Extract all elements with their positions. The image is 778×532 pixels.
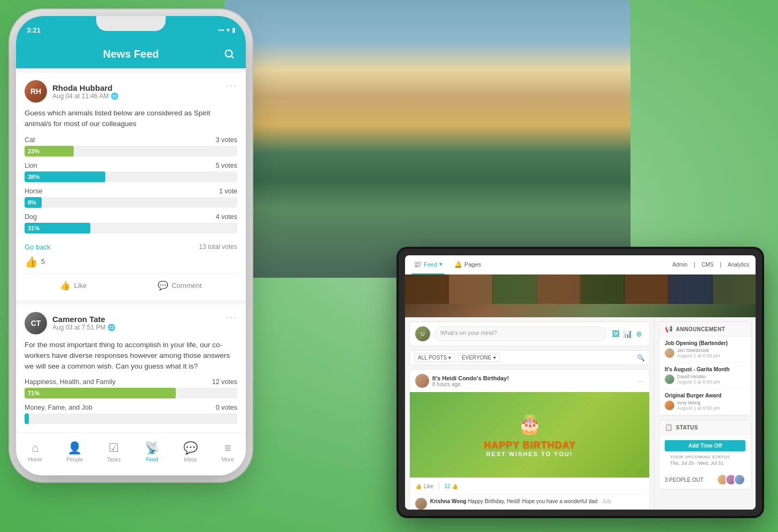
poll-votes-cat: 3 votes <box>216 136 237 144</box>
tab-pages[interactable]: 🔔 Pages <box>452 255 483 275</box>
like-icon: 👍 <box>60 280 71 291</box>
add-time-off-button[interactable]: Add Time Off <box>665 440 745 451</box>
like-count-1: 5 <box>41 257 45 265</box>
poll-label-lion: Lion <box>25 162 37 169</box>
poll-item-hh: Happiness, Health, and Family 12 votes 7… <box>25 378 237 398</box>
nav-home[interactable]: ⌂ Home <box>28 441 42 463</box>
bday-like-button[interactable]: 👍 Like <box>415 483 433 489</box>
inbox-icon: 💬 <box>183 441 198 455</box>
signal-icon: ▪▪▪ <box>218 27 224 33</box>
globe-icon: 🌐 <box>111 92 119 100</box>
admin-link[interactable]: Admin <box>672 262 687 268</box>
everyone-filter[interactable]: EVERYONE ▾ <box>458 353 499 362</box>
poll-bar-cat: 23% <box>25 146 74 157</box>
post-more-1[interactable]: ··· <box>226 80 237 91</box>
post-more-2[interactable]: ··· <box>226 312 237 323</box>
announcement-item-1: Job Opening (Bartender) Jen Steinbrook A… <box>659 337 751 363</box>
poll-1: Cat 3 votes 23% Lion 5 votes <box>25 136 237 233</box>
phone-header: News Feed <box>16 40 246 68</box>
ann-time-1: August 1 at 6:50 pm <box>677 353 720 358</box>
nav-tasks[interactable]: ☑ Tasks <box>107 441 121 463</box>
svg-point-0 <box>225 50 232 57</box>
ann-time-3: August 1 at 6:50 pm <box>677 405 720 411</box>
like-label-1: Like <box>74 281 87 290</box>
ann-person-3: Amy Wong <box>677 400 720 405</box>
compose-avatar: U <box>415 326 430 341</box>
poll-footer-1: Go back 13 total votes <box>25 239 237 251</box>
go-back-link[interactable]: Go back <box>25 243 50 251</box>
people-out-row: 3 PEOPLE OUT <box>659 471 751 489</box>
bday-more[interactable]: ··· <box>637 377 644 385</box>
poll-label-mfj: Money, Fame, and Job <box>25 404 92 411</box>
ann-meta-2: David Hirotsu August 1 at 6:50 pm <box>665 374 745 385</box>
all-posts-label: ALL POSTS <box>418 355 447 361</box>
tab-feed[interactable]: 📰 Feed ▾ <box>411 255 445 275</box>
photo-icon[interactable]: 🖼 <box>611 329 620 339</box>
poll-item-lion: Lion 5 votes 38% <box>25 162 237 182</box>
announcements-section: 📢 ANNOUNCEMENT Job Opening (Bartender) J… <box>659 322 751 416</box>
cover-thumb-4 <box>537 275 580 304</box>
analytics-link[interactable]: Analytics <box>728 262 749 268</box>
bday-subtitle: BEST WISHES TO YOU! <box>486 451 573 457</box>
poll-label-hh: Happiness, Health, and Family <box>25 378 115 386</box>
pages-tab-icon: 🔔 <box>454 261 462 268</box>
cms-link[interactable]: CMS <box>702 262 713 268</box>
ann-meta-3: Amy Wong August 1 at 6:50 pm <box>665 400 745 411</box>
ann-person-1: Jen Steinbrook <box>677 348 720 353</box>
bday-image: 🎂 HAPPY BIRTHDAY BEST WISHES TO YOU! <box>410 392 649 478</box>
like-button-1[interactable]: 👍 Like <box>60 280 87 291</box>
feed-chevron-icon: ▾ <box>439 261 442 268</box>
poll-votes-hh: 12 votes <box>212 378 237 386</box>
tablet-screen: 📰 Feed ▾ 🔔 Pages Admin | CMS | Analytics <box>405 255 756 510</box>
bday-avatar <box>415 374 429 388</box>
nav-more-label: More <box>222 457 234 463</box>
action-divider: | <box>438 481 440 491</box>
comment-button-1[interactable]: 💬 Comment <box>158 280 201 291</box>
phone-mockup: 3:21 ▪▪▪ ▾ ▮ News Feed RH <box>16 16 246 475</box>
comment-author-krishna: Krishna Wong <box>430 498 466 504</box>
comment-row-1: Krishna Wong Happy Birthday, Heidi! Hope… <box>410 494 649 510</box>
comment-icon: 💬 <box>158 280 168 291</box>
nav-feed[interactable]: 📡 Feed <box>145 441 159 463</box>
phone-header-title: News Feed <box>103 48 159 60</box>
compose-input[interactable]: What's on your mind? <box>434 326 606 341</box>
post-text-2: For the most important thing to accompli… <box>25 340 237 372</box>
search-icon[interactable] <box>223 48 235 60</box>
action-bar-1: 👍 Like 💬 Comment <box>25 278 237 293</box>
avatar-cameron: CT <box>25 312 47 334</box>
post-username-2: Cameron Tate <box>52 315 115 324</box>
bday-comment-count: 12 👍 <box>445 483 458 489</box>
tablet-nav-right: Admin | CMS | Analytics <box>672 262 749 268</box>
poll-label-cat: Cat <box>25 136 35 144</box>
cover-thumb-3 <box>493 275 536 304</box>
tasks-icon: ☑ <box>108 441 119 455</box>
status-indicators: ▪▪▪ ▾ ▮ <box>218 27 235 34</box>
bday-like-label: Like <box>424 483 433 489</box>
announcement-item-2: It's August - Garita Month David Hirotsu… <box>659 363 751 389</box>
poll-bar-horse: 8% <box>25 197 42 208</box>
chart-icon[interactable]: 📊 <box>623 329 632 339</box>
upcoming-dates: Thu, Jul 25 - Wed, Jul 31 <box>670 460 740 466</box>
nav-inbox[interactable]: 💬 Inbox <box>183 441 198 463</box>
status-section: 📋 STATUS Add Time Off YOUR UPCOMING STAT… <box>659 420 751 489</box>
bday-card-header: It's Heidi Condo's Birthday! 8 hours ago… <box>410 370 649 392</box>
feed-search-icon[interactable]: 🔍 <box>637 354 645 362</box>
bday-user-info: It's Heidi Condo's Birthday! 8 hours ago <box>415 374 509 388</box>
compose-box: U What's on your mind? 🖼 📊 ⊕ <box>409 322 650 346</box>
comment-avatar-krishna <box>415 498 427 510</box>
tablet-main: U What's on your mind? 🖼 📊 ⊕ ALL POSTS ▾ <box>405 317 756 510</box>
nav-people[interactable]: 👤 People <box>66 441 83 463</box>
post-user-info-2: Cameron Tate Aug 03 at 7:51 PM 🌐 <box>52 315 115 331</box>
ann-title-3: Original Burger Award <box>665 393 745 398</box>
all-posts-filter[interactable]: ALL POSTS ▾ <box>414 353 455 362</box>
poll-label-dog: Dog <box>25 213 37 221</box>
ann-avatar-3 <box>665 401 674 410</box>
more-compose-icon[interactable]: ⊕ <box>634 329 644 339</box>
poll-bar-lion: 38% <box>25 171 105 182</box>
phone-bottom-nav: ⌂ Home 👤 People ☑ Tasks 📡 Feed 💬 Inbox ≡ <box>16 433 246 475</box>
poll-bar-mfj <box>25 413 29 424</box>
poll-bar-hh: 71% <box>25 388 176 398</box>
nav-more[interactable]: ≡ More <box>222 441 234 463</box>
nav-people-label: People <box>66 457 83 463</box>
more-icon: ≡ <box>224 441 231 455</box>
